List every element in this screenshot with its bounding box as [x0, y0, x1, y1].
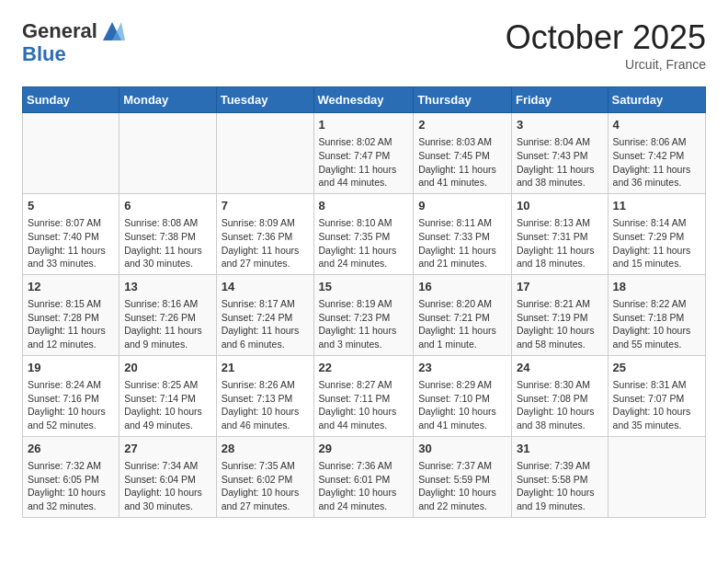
day-info: Sunrise: 8:02 AM Sunset: 7:47 PM Dayligh…: [319, 135, 409, 190]
day-number: 28: [222, 441, 309, 457]
day-number: 26: [28, 441, 114, 457]
calendar-day-cell: 9Sunrise: 8:11 AM Sunset: 7:33 PM Daylig…: [414, 193, 512, 274]
day-info: Sunrise: 8:20 AM Sunset: 7:21 PM Dayligh…: [418, 297, 506, 351]
day-info: Sunrise: 8:29 AM Sunset: 7:10 PM Dayligh…: [418, 378, 506, 432]
day-info: Sunrise: 8:13 AM Sunset: 7:31 PM Dayligh…: [517, 216, 603, 270]
calendar-day-cell: [23, 113, 119, 194]
calendar-day-cell: 15Sunrise: 8:19 AM Sunset: 7:23 PM Dayli…: [313, 274, 414, 355]
day-number: 12: [28, 279, 114, 295]
calendar-day-cell: 13Sunrise: 8:16 AM Sunset: 7:26 PM Dayli…: [119, 274, 216, 355]
day-number: 6: [124, 198, 210, 214]
day-of-week-header: Friday: [511, 87, 608, 113]
day-of-week-header: Monday: [119, 87, 216, 113]
calendar-day-cell: 7Sunrise: 8:09 AM Sunset: 7:36 PM Daylig…: [216, 193, 313, 274]
calendar-day-cell: 4Sunrise: 8:06 AM Sunset: 7:42 PM Daylig…: [608, 113, 705, 194]
calendar-day-cell: 20Sunrise: 8:25 AM Sunset: 7:14 PM Dayli…: [119, 355, 216, 436]
calendar-week-row: 26Sunrise: 7:32 AM Sunset: 6:05 PM Dayli…: [23, 436, 706, 517]
calendar-day-cell: 24Sunrise: 8:30 AM Sunset: 7:08 PM Dayli…: [511, 355, 608, 436]
calendar-day-cell: 1Sunrise: 8:02 AM Sunset: 7:47 PM Daylig…: [313, 113, 414, 194]
calendar-day-cell: 23Sunrise: 8:29 AM Sunset: 7:10 PM Dayli…: [414, 355, 512, 436]
day-number: 3: [517, 117, 603, 133]
day-number: 24: [517, 360, 603, 376]
day-number: 4: [613, 117, 700, 133]
logo-blue-text: Blue: [22, 42, 66, 65]
calendar-day-cell: 2Sunrise: 8:03 AM Sunset: 7:45 PM Daylig…: [414, 113, 512, 194]
day-number: 31: [517, 441, 603, 457]
day-info: Sunrise: 8:25 AM Sunset: 7:14 PM Dayligh…: [124, 378, 210, 432]
calendar-table: SundayMondayTuesdayWednesdayThursdayFrid…: [22, 86, 706, 518]
calendar-day-cell: 19Sunrise: 8:24 AM Sunset: 7:16 PM Dayli…: [23, 355, 119, 436]
calendar-week-row: 5Sunrise: 8:07 AM Sunset: 7:40 PM Daylig…: [23, 193, 706, 274]
day-info: Sunrise: 7:32 AM Sunset: 6:05 PM Dayligh…: [28, 459, 114, 513]
day-info: Sunrise: 8:24 AM Sunset: 7:16 PM Dayligh…: [28, 378, 114, 432]
day-number: 17: [517, 279, 603, 295]
day-info: Sunrise: 7:35 AM Sunset: 6:02 PM Dayligh…: [222, 459, 309, 513]
calendar-day-cell: 6Sunrise: 8:08 AM Sunset: 7:38 PM Daylig…: [119, 193, 216, 274]
calendar-day-cell: 28Sunrise: 7:35 AM Sunset: 6:02 PM Dayli…: [216, 436, 313, 517]
calendar-day-cell: [119, 113, 216, 194]
calendar-day-cell: 5Sunrise: 8:07 AM Sunset: 7:40 PM Daylig…: [23, 193, 119, 274]
title-block: October 2025 Urcuit, France: [506, 18, 706, 72]
day-number: 25: [613, 360, 700, 376]
calendar-day-cell: 3Sunrise: 8:04 AM Sunset: 7:43 PM Daylig…: [511, 113, 608, 194]
location-title: Urcuit, France: [506, 57, 706, 72]
day-info: Sunrise: 8:21 AM Sunset: 7:19 PM Dayligh…: [517, 297, 603, 351]
logo-general-text: General: [22, 21, 97, 41]
day-number: 13: [124, 279, 210, 295]
day-number: 9: [418, 198, 506, 214]
calendar-day-cell: 25Sunrise: 8:31 AM Sunset: 7:07 PM Dayli…: [608, 355, 705, 436]
day-of-week-header: Sunday: [23, 87, 119, 113]
calendar-day-cell: 8Sunrise: 8:10 AM Sunset: 7:35 PM Daylig…: [313, 193, 414, 274]
day-info: Sunrise: 8:04 AM Sunset: 7:43 PM Dayligh…: [517, 135, 603, 190]
day-of-week-header: Tuesday: [216, 87, 313, 113]
calendar-day-cell: 17Sunrise: 8:21 AM Sunset: 7:19 PM Dayli…: [511, 274, 608, 355]
day-number: 2: [418, 117, 506, 133]
day-number: 7: [222, 198, 309, 214]
day-info: Sunrise: 7:39 AM Sunset: 5:58 PM Dayligh…: [517, 459, 603, 513]
calendar-header-row: SundayMondayTuesdayWednesdayThursdayFrid…: [23, 87, 706, 113]
calendar-day-cell: 16Sunrise: 8:20 AM Sunset: 7:21 PM Dayli…: [414, 274, 512, 355]
day-info: Sunrise: 8:31 AM Sunset: 7:07 PM Dayligh…: [613, 378, 700, 432]
day-info: Sunrise: 8:06 AM Sunset: 7:42 PM Dayligh…: [613, 135, 700, 190]
page-header: General Blue October 2025 Urcuit, France: [22, 18, 706, 72]
day-info: Sunrise: 8:08 AM Sunset: 7:38 PM Dayligh…: [124, 216, 210, 270]
calendar-day-cell: 22Sunrise: 8:27 AM Sunset: 7:11 PM Dayli…: [313, 355, 414, 436]
day-number: 8: [319, 198, 409, 214]
day-info: Sunrise: 8:09 AM Sunset: 7:36 PM Dayligh…: [222, 216, 309, 270]
day-info: Sunrise: 8:26 AM Sunset: 7:13 PM Dayligh…: [222, 378, 309, 432]
calendar-day-cell: 18Sunrise: 8:22 AM Sunset: 7:18 PM Dayli…: [608, 274, 705, 355]
calendar-week-row: 19Sunrise: 8:24 AM Sunset: 7:16 PM Dayli…: [23, 355, 706, 436]
day-info: Sunrise: 8:03 AM Sunset: 7:45 PM Dayligh…: [418, 135, 506, 190]
day-info: Sunrise: 8:11 AM Sunset: 7:33 PM Dayligh…: [418, 216, 506, 270]
day-number: 20: [124, 360, 210, 376]
day-info: Sunrise: 8:10 AM Sunset: 7:35 PM Dayligh…: [319, 216, 409, 270]
month-title: October 2025: [506, 18, 706, 57]
day-number: 11: [613, 198, 700, 214]
calendar-day-cell: [608, 436, 705, 517]
day-number: 29: [319, 441, 409, 457]
calendar-day-cell: 31Sunrise: 7:39 AM Sunset: 5:58 PM Dayli…: [511, 436, 608, 517]
calendar-day-cell: 29Sunrise: 7:36 AM Sunset: 6:01 PM Dayli…: [313, 436, 414, 517]
calendar-day-cell: 26Sunrise: 7:32 AM Sunset: 6:05 PM Dayli…: [23, 436, 119, 517]
day-info: Sunrise: 7:37 AM Sunset: 5:59 PM Dayligh…: [418, 459, 506, 513]
calendar-day-cell: 14Sunrise: 8:17 AM Sunset: 7:24 PM Dayli…: [216, 274, 313, 355]
logo-icon: [99, 18, 125, 44]
day-number: 27: [124, 441, 210, 457]
day-number: 21: [222, 360, 309, 376]
day-info: Sunrise: 7:36 AM Sunset: 6:01 PM Dayligh…: [319, 459, 409, 513]
day-of-week-header: Thursday: [414, 87, 512, 113]
day-number: 16: [418, 279, 506, 295]
day-of-week-header: Wednesday: [313, 87, 414, 113]
day-info: Sunrise: 8:19 AM Sunset: 7:23 PM Dayligh…: [319, 297, 409, 351]
calendar-week-row: 12Sunrise: 8:15 AM Sunset: 7:28 PM Dayli…: [23, 274, 706, 355]
day-info: Sunrise: 8:15 AM Sunset: 7:28 PM Dayligh…: [28, 297, 114, 351]
calendar-day-cell: 21Sunrise: 8:26 AM Sunset: 7:13 PM Dayli…: [216, 355, 313, 436]
day-info: Sunrise: 7:34 AM Sunset: 6:04 PM Dayligh…: [124, 459, 210, 513]
day-number: 14: [222, 279, 309, 295]
calendar-day-cell: 12Sunrise: 8:15 AM Sunset: 7:28 PM Dayli…: [23, 274, 119, 355]
day-info: Sunrise: 8:07 AM Sunset: 7:40 PM Dayligh…: [28, 216, 114, 270]
calendar-day-cell: 30Sunrise: 7:37 AM Sunset: 5:59 PM Dayli…: [414, 436, 512, 517]
calendar-day-cell: 10Sunrise: 8:13 AM Sunset: 7:31 PM Dayli…: [511, 193, 608, 274]
day-number: 5: [28, 198, 114, 214]
day-number: 22: [319, 360, 409, 376]
